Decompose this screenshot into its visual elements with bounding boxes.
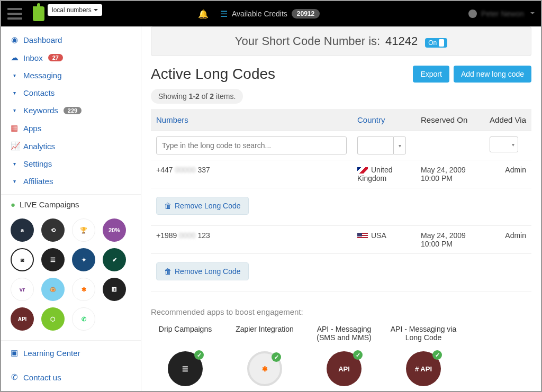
campaign-app-icon[interactable]: ⟲ xyxy=(41,218,65,242)
username: Peter Newon xyxy=(481,10,524,18)
grid-icon: ▦ xyxy=(11,123,18,133)
logo-icon[interactable] xyxy=(33,6,44,21)
country-select[interactable]: ▾ xyxy=(357,136,410,154)
local-numbers-dropdown[interactable]: local numbers xyxy=(48,4,102,16)
menu-toggle-icon[interactable] xyxy=(7,8,22,20)
campaign-app-icon[interactable]: ✦ xyxy=(72,248,95,271)
caret-down-icon: ▾ xyxy=(11,107,18,113)
recommend-title: Recommended apps to boost engagement: xyxy=(151,307,531,316)
inbox-icon: ☁ xyxy=(11,53,18,62)
app-card[interactable]: Zapier Integration ✱✓ xyxy=(230,325,299,386)
learning-center-link[interactable]: ▣Learning Center xyxy=(1,341,141,365)
nav-affiliates[interactable]: ▾Affiliates xyxy=(1,172,141,190)
app-card[interactable]: API - Messaging (SMS and MMS) API✓ xyxy=(310,325,378,386)
nav-messaging[interactable]: ▾Messaging xyxy=(1,67,141,84)
campaign-app-icon[interactable]: vr xyxy=(11,278,34,301)
campaign-app-icon[interactable]: 🐵 xyxy=(41,278,65,301)
col-country[interactable]: Country xyxy=(352,109,415,131)
check-icon: ✓ xyxy=(353,350,363,360)
flag-us-icon xyxy=(357,233,368,239)
campaign-app-icon[interactable]: ⚅ xyxy=(103,278,126,301)
recommended-apps: Recommended apps to boost engagement: Dr… xyxy=(151,307,531,386)
nav-label: Analytics xyxy=(23,142,55,151)
contact-us-link[interactable]: ✆Contact us xyxy=(1,365,141,389)
nav-label: Dashboard xyxy=(23,35,62,44)
trash-icon: 🗑 xyxy=(164,202,171,210)
nav-label: Affiliates xyxy=(23,177,53,186)
added-via-select[interactable]: ▾ xyxy=(490,136,518,152)
number-suffix: 123 xyxy=(197,231,210,240)
nav-dashboard[interactable]: ◉Dashboard xyxy=(1,31,141,49)
check-icon: ✓ xyxy=(194,350,204,360)
credits-badge: 20912 xyxy=(292,9,320,19)
search-input[interactable] xyxy=(156,136,347,154)
live-campaigns-heading: ●LIVE Campaigns xyxy=(1,194,141,214)
col-added: Added Via xyxy=(484,109,531,131)
keywords-badge: 229 xyxy=(64,107,82,114)
chevron-down-icon xyxy=(528,10,535,18)
campaign-app-icon[interactable]: ✆ xyxy=(72,307,95,331)
campaign-app-icon[interactable]: ✱ xyxy=(72,278,95,301)
nav-analytics[interactable]: 📈Analytics xyxy=(1,137,141,155)
app-icon: # API✓ xyxy=(406,351,441,386)
book-icon: ▣ xyxy=(11,348,18,358)
number-prefix: +1989 xyxy=(156,231,177,240)
nav-contacts[interactable]: ▾Contacts xyxy=(1,84,141,102)
nav-inbox[interactable]: ☁Inbox27 xyxy=(1,49,141,67)
campaign-app-icon[interactable]: ◙ xyxy=(11,248,34,271)
user-menu[interactable]: Peter Newon xyxy=(468,10,535,18)
notification-bell-icon[interactable]: 🔔 xyxy=(198,9,209,19)
col-numbers[interactable]: Numbers xyxy=(151,109,352,131)
caret-down-icon: ▾ xyxy=(11,161,18,167)
campaign-app-icon[interactable]: ✔ xyxy=(103,248,126,271)
app-name: Drip Campaigns xyxy=(151,325,220,346)
app-icon: ✱✓ xyxy=(247,351,282,386)
nav-label: Messaging xyxy=(23,71,62,80)
play-icon: ● xyxy=(11,200,15,209)
remove-long-code-button[interactable]: 🗑Remove Long Code xyxy=(156,262,249,280)
nav-apps[interactable]: ▦Apps xyxy=(1,119,141,137)
app-card[interactable]: API - Messaging via Long Code # API✓ xyxy=(389,325,458,386)
live-label: LIVE Campaigns xyxy=(20,200,79,209)
credits-label: Available Credits xyxy=(232,10,287,18)
nav-label: Contacts xyxy=(23,88,55,97)
inbox-badge: 27 xyxy=(48,54,63,61)
app-icon: API✓ xyxy=(327,351,362,386)
filter-row: ▾ ▾ xyxy=(151,131,531,160)
campaign-app-icon[interactable]: ☰ xyxy=(41,248,65,271)
col-reserved: Reserved On xyxy=(415,109,484,131)
nav-label: Keywords xyxy=(23,106,58,115)
phone-icon: ✆ xyxy=(11,372,18,382)
remove-long-code-button[interactable]: 🗑Remove Long Code xyxy=(156,197,249,215)
country-name: USA xyxy=(371,231,386,240)
learning-label: Learning Center xyxy=(23,349,80,358)
nav-keywords[interactable]: ▾Keywords229 xyxy=(1,102,141,119)
flag-uk-icon xyxy=(357,167,368,174)
caret-down-icon: ▾ xyxy=(11,178,18,184)
check-icon: ✓ xyxy=(432,350,442,360)
campaign-app-icon[interactable]: 20% xyxy=(103,218,126,242)
added-via: Admin xyxy=(484,226,531,254)
campaign-app-icon[interactable]: ⬡ xyxy=(41,307,65,331)
campaign-app-icon[interactable]: a xyxy=(11,218,34,242)
app-icon: ☰✓ xyxy=(168,351,203,386)
app-card[interactable]: Drip Campaigns ☰✓ xyxy=(151,325,220,386)
campaign-app-icon[interactable]: 🏆 xyxy=(72,218,95,242)
caret-down-icon: ▾ xyxy=(11,90,18,96)
number-prefix: +447 xyxy=(156,166,173,174)
add-long-code-button[interactable]: Add new long code xyxy=(454,66,531,83)
reserved-on: May 24, 2009 10:00 PM xyxy=(415,226,484,254)
campaign-app-icon[interactable]: API xyxy=(11,307,34,331)
nav-settings[interactable]: ▾Settings xyxy=(1,155,141,172)
nav-label: Apps xyxy=(23,124,41,133)
showing-count: Showing 1-2 of 2 items. xyxy=(151,89,243,104)
tachometer-icon: ◉ xyxy=(11,35,18,44)
shortcode-toggle[interactable]: On xyxy=(425,38,447,48)
shortcode-title: Your Short Code Number is: xyxy=(235,34,380,48)
sidebar: ◉Dashboard ☁Inbox27 ▾Messaging ▾Contacts… xyxy=(1,26,141,391)
campaign-apps-grid: a ⟲ 🏆 20% ◙ ☰ ✦ ✔ vr 🐵 ✱ ⚅ API ⬡ ✆ xyxy=(1,214,141,340)
main-content: Your Short Code Number is: 41242 On Acti… xyxy=(141,26,541,391)
export-button[interactable]: Export xyxy=(413,66,449,83)
added-via: Admin xyxy=(484,160,531,188)
chart-icon: 📈 xyxy=(11,141,18,151)
